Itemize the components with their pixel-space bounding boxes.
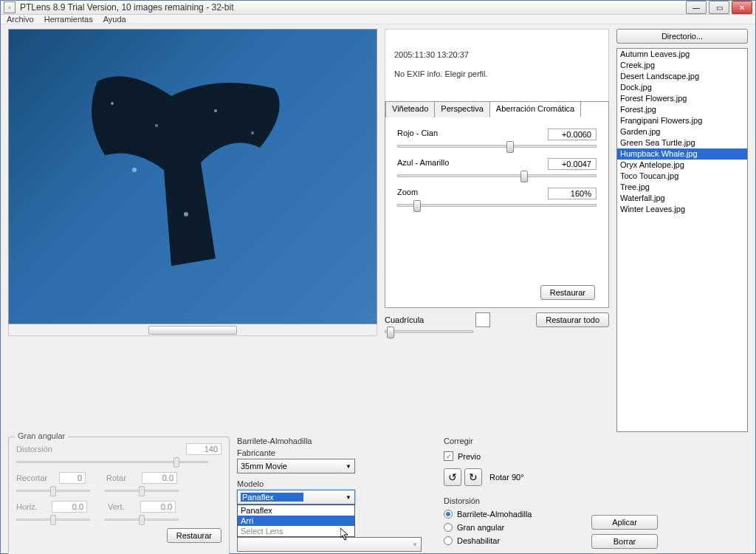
grid-slider[interactable] xyxy=(385,330,473,333)
svg-point-2 xyxy=(214,109,217,112)
file-item[interactable]: Autumn Leaves.jpg xyxy=(617,49,747,60)
tab-chromatic[interactable]: Aberración Cromática xyxy=(489,101,581,117)
file-item[interactable]: Green Sea Turtle.jpg xyxy=(617,137,747,148)
whale-tail-graphic xyxy=(68,66,319,273)
file-item[interactable]: Waterfall.jpg xyxy=(617,193,747,204)
menu-herramientas[interactable]: Herramientas xyxy=(44,15,93,24)
ga-restore-button[interactable]: Restaurar xyxy=(167,528,221,543)
svg-point-1 xyxy=(155,124,158,127)
modelo-select[interactable]: Panaflex▼ xyxy=(237,490,355,505)
file-item[interactable]: Dock.jpg xyxy=(617,82,747,93)
modelo-dropdown[interactable]: Panaflex Arri Select Lens xyxy=(237,505,355,537)
file-item[interactable]: Desert Landscape.jpg xyxy=(617,71,747,82)
restore-tab-button[interactable]: Restaurar xyxy=(540,285,595,300)
directory-button[interactable]: Directorio... xyxy=(616,29,748,44)
svg-point-3 xyxy=(251,131,254,134)
svg-point-0 xyxy=(111,102,114,105)
file-item[interactable]: Garden.jpg xyxy=(617,126,747,137)
previo-checkbox[interactable]: ✓ xyxy=(444,451,453,461)
file-item[interactable]: Creek.jpg xyxy=(617,60,747,71)
rojo-label: Rojo - Cian xyxy=(397,129,438,140)
exif-panel: 2005:11:30 13:20:37 No EXIF info. Elegir… xyxy=(385,29,609,101)
file-item[interactable]: Winter Leaves.jpg xyxy=(617,204,747,215)
file-item[interactable]: Toco Toucan.jpg xyxy=(617,171,747,182)
preview-scrollbar[interactable] xyxy=(8,324,377,336)
image-preview[interactable] xyxy=(8,29,377,324)
lens-select[interactable]: ▼ xyxy=(237,537,422,552)
tab-vignette[interactable]: Viñeteado xyxy=(385,101,435,117)
svg-point-5 xyxy=(184,212,188,216)
file-item[interactable]: Humpback Whale.jpg xyxy=(617,148,747,160)
radio-barrilete[interactable] xyxy=(444,510,453,519)
azul-slider[interactable] xyxy=(397,174,597,177)
grid-color-box[interactable] xyxy=(475,312,490,327)
rojo-slider[interactable] xyxy=(397,145,597,148)
rojo-value[interactable]: +0.0060 xyxy=(548,129,597,140)
modelo-opt-select[interactable]: Select Lens xyxy=(238,526,354,536)
exif-timestamp: 2005:11:30 13:20:37 xyxy=(394,50,599,59)
close-button[interactable]: ✕ xyxy=(732,1,752,14)
tab-perspective[interactable]: Perspectiva xyxy=(434,101,489,117)
corregir-group: Corregir ✓ Previo ↺ ↻ Rotar 90° Distorsi… xyxy=(444,437,577,554)
menu-archivo[interactable]: Archivo xyxy=(7,15,34,24)
fabricante-select[interactable]: 35mm Movie▼ xyxy=(237,459,355,473)
exif-message: No EXIF info. Elegir perfil. xyxy=(394,69,599,78)
file-list[interactable]: Autumn Leaves.jpgCreek.jpgDesert Landsca… xyxy=(616,48,748,432)
zoom-label: Zoom xyxy=(397,188,418,199)
borrar-button[interactable]: Borrar xyxy=(591,534,658,549)
file-item[interactable]: Tree.jpg xyxy=(617,182,747,193)
distorsion-slider[interactable] xyxy=(16,461,208,463)
radio-gran-angular[interactable] xyxy=(444,523,453,532)
file-item[interactable]: Forest.jpg xyxy=(617,104,747,115)
file-item[interactable]: Oryx Antelope.jpg xyxy=(617,160,747,171)
radio-deshabilitar[interactable] xyxy=(444,536,453,545)
zoom-slider[interactable] xyxy=(397,204,597,207)
app-window: ▫ PTLens 8.9 Trial Version, 10 images re… xyxy=(0,0,756,554)
grid-label: Cuadrícula xyxy=(385,315,424,324)
gran-angular-group: Gran angular Distorsión140 Recortar0 Rot… xyxy=(8,437,230,554)
modelo-opt-arri[interactable]: Arri xyxy=(238,516,354,526)
modelo-opt-panaflex[interactable]: Panaflex xyxy=(238,505,354,516)
restore-all-button[interactable]: Restaurar todo xyxy=(536,312,609,327)
distorsion-value[interactable]: 140 xyxy=(186,443,221,455)
barrilete-group: Barrilete-Almohadilla Fabricante 35mm Mo… xyxy=(237,437,436,554)
minimize-button[interactable]: — xyxy=(686,1,707,14)
maximize-button[interactable]: ▭ xyxy=(709,1,729,14)
azul-label: Azul - Amarillo xyxy=(397,158,449,170)
rotate-ccw-button[interactable]: ↺ xyxy=(444,468,461,486)
zoom-value[interactable]: 160% xyxy=(548,188,597,199)
azul-value[interactable]: +0.0047 xyxy=(548,158,597,170)
menubar: Archivo Herramientas Ayuda xyxy=(1,15,755,24)
titlebar: ▫ PTLens 8.9 Trial Version, 10 images re… xyxy=(1,1,755,15)
file-item[interactable]: Forest Flowers.jpg xyxy=(617,93,747,104)
svg-point-4 xyxy=(132,168,137,172)
aplicar-button[interactable]: Aplicar xyxy=(591,515,658,530)
file-item[interactable]: Frangipani Flowers.jpg xyxy=(617,115,747,126)
app-icon: ▫ xyxy=(4,1,16,13)
rotate-cw-button[interactable]: ↻ xyxy=(464,468,482,486)
correction-tabs: Viñeteado Perspectiva Aberración Cromáti… xyxy=(385,101,609,308)
window-title: PTLens 8.9 Trial Version, 10 images rema… xyxy=(20,2,686,13)
menu-ayuda[interactable]: Ayuda xyxy=(103,15,126,24)
